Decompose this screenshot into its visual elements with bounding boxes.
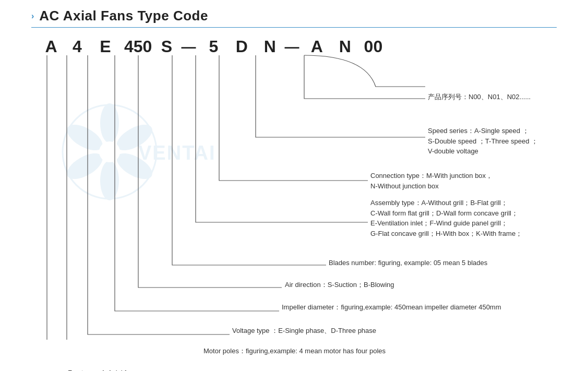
page-header: › AC Axial Fans Type Code [31,8,557,24]
desc-speed-series: Speed series：A-Single speed ；S-Double sp… [428,126,538,157]
desc-impeller-diameter: Impeller diameter：figuring,example: 450m… [282,302,501,313]
desc-product-series: 产品序列号：N00、N01、N02...... [428,92,531,102]
desc-assembly-type: Assembly type：A-Without grill；B-Flat gri… [370,198,522,238]
chevron-icon: › [31,11,34,21]
desc-connection-type: Connection type：M-With junction box，N-Wi… [370,171,493,191]
header-divider [31,27,557,28]
desc-voltage-type: Voltage type ：E-Single phase、D-Three pha… [232,326,376,336]
desc-air-direction: Air direction：S-Suction；B-Blowing [285,280,394,290]
desc-fan-type: Fan type：A-Axial fans [68,368,137,371]
desc-blades-number: Blades number: figuring, example: 05 mea… [329,258,487,268]
page-container: › AC Axial Fans Type Code A 4 E 450 S — … [0,0,588,371]
desc-motor-poles: Motor poles：figuring,example: 4 mean mot… [203,346,386,356]
page-title: AC Axial Fans Type Code [39,8,208,24]
type-code-diagram: A 4 E 450 S — 5 D N — A N 00 VENTAI [31,37,557,340]
